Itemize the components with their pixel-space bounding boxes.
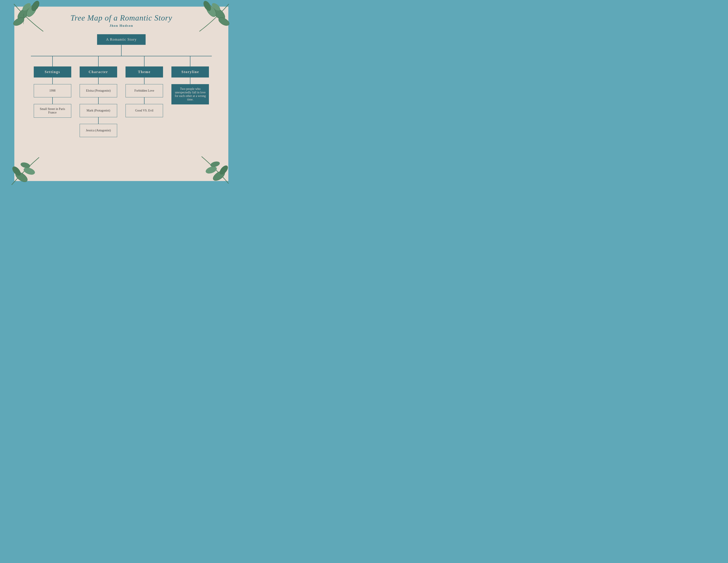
horizontal-line xyxy=(31,56,212,56)
sub-conn-settings-1 xyxy=(52,97,53,104)
sub-node-settings-1: Small Street in Paris France xyxy=(34,104,71,118)
sub-node-theme-1: Good VS. Evil xyxy=(126,104,163,117)
vert-line-storyline xyxy=(190,56,190,66)
sub-conn-theme-1 xyxy=(144,97,144,104)
svg-point-22 xyxy=(20,161,31,169)
svg-point-19 xyxy=(14,170,29,184)
sub-items-settings: 1998 Small Street in Paris France xyxy=(34,77,71,118)
svg-point-9 xyxy=(21,2,32,12)
sub-node-settings-0: 1998 xyxy=(34,84,71,97)
sub-items-theme: Forbidden Love Good VS. Evil xyxy=(126,77,163,117)
svg-point-21 xyxy=(11,165,22,177)
header: Tree Map of a Romantic Story Jhon Hudson xyxy=(23,13,220,28)
tree-diagram: A Romantic Story Settings 1998 Small Str… xyxy=(23,34,220,137)
vert-line-settings xyxy=(52,56,53,66)
svg-point-16 xyxy=(202,0,212,12)
sub-conn-settings-0 xyxy=(52,77,53,84)
sub-conn-story-0 xyxy=(190,77,190,84)
col-character: Character Eloisa (Protagonist) Mark (Pro… xyxy=(77,56,120,137)
svg-point-17 xyxy=(211,2,221,12)
svg-point-7 xyxy=(30,0,41,12)
svg-point-26 xyxy=(218,164,230,176)
sub-conn-theme-0 xyxy=(144,77,144,84)
sub-conn-char-0 xyxy=(98,77,99,84)
col-theme: Theme Forbidden Love Good VS. Evil xyxy=(123,56,166,117)
svg-point-24 xyxy=(211,169,226,182)
leaf-bottom-right xyxy=(197,154,233,185)
page-subtitle: Jhon Hudson xyxy=(23,24,220,28)
cat-storyline: Storyline xyxy=(171,66,209,77)
root-node: A Romantic Story xyxy=(97,34,146,45)
sub-node-theme-0: Forbidden Love xyxy=(126,84,163,97)
col-storyline: Storyline Two people who unexpectedly fa… xyxy=(169,56,212,104)
sub-items-character: Eloisa (Protagonist) Mark (Protagonist) … xyxy=(80,77,117,137)
svg-point-20 xyxy=(23,166,36,176)
vert-line-theme xyxy=(144,56,144,66)
sub-node-story-0: Two people who unexpectedly fall in love… xyxy=(171,84,209,104)
svg-point-8 xyxy=(30,0,41,12)
columns-container: Settings 1998 Small Street in Paris Fran… xyxy=(31,56,212,137)
vert-line-character xyxy=(98,56,99,66)
svg-point-25 xyxy=(205,165,218,175)
col-settings: Settings 1998 Small Street in Paris Fran… xyxy=(31,56,74,118)
cat-character: Character xyxy=(80,66,117,77)
sub-node-char-0: Eloisa (Protagonist) xyxy=(80,84,117,97)
sub-node-char-1: Mark (Protagonist) xyxy=(80,104,117,117)
svg-point-27 xyxy=(210,160,220,168)
cat-theme: Theme xyxy=(126,66,163,77)
sub-conn-char-2 xyxy=(98,117,99,124)
cat-settings: Settings xyxy=(34,66,71,77)
leaf-bottom-left xyxy=(8,154,43,188)
main-card: Tree Map of a Romantic Story Jhon Hudson… xyxy=(14,7,228,181)
sub-node-char-2: Jessica (Antagonist) xyxy=(80,124,117,137)
svg-point-23 xyxy=(211,169,226,182)
svg-point-18 xyxy=(14,170,29,184)
sub-items-storyline: Two people who unexpectedly fall in love… xyxy=(171,77,209,104)
sub-conn-char-1 xyxy=(98,97,99,104)
page-title: Tree Map of a Romantic Story xyxy=(23,13,220,23)
root-connector xyxy=(121,45,122,56)
